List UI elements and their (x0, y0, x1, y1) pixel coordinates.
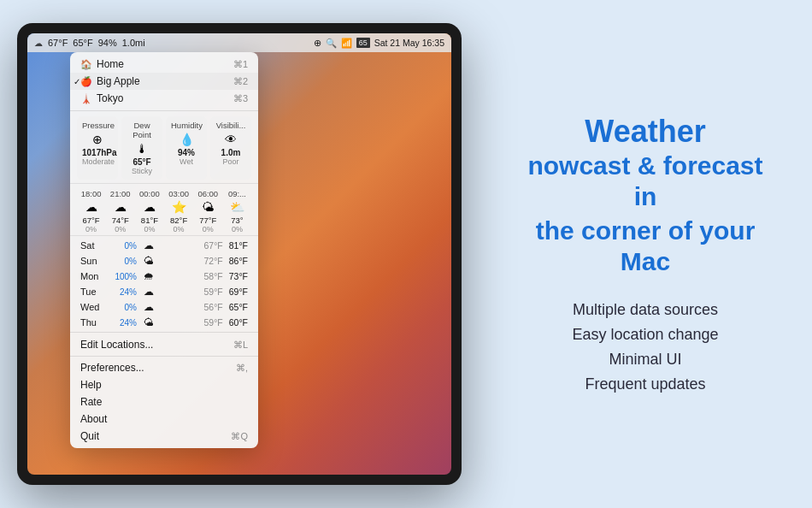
feature-3: Minimal UI (572, 351, 718, 369)
weather-menu-icon[interactable]: ☁ (34, 38, 43, 48)
preferences-label: Preferences... (80, 362, 144, 374)
menu-item-about[interactable]: About (70, 411, 258, 428)
card-humidity-label: Wet (171, 157, 202, 166)
menubar-datetime: Sat 21 May 16:35 (374, 38, 444, 48)
hourly-item-0600: 06:00 🌤 77°F 0% (194, 187, 222, 235)
daily-day-thu: Thu (80, 317, 104, 328)
daily-icon-sun: 🌤 (140, 255, 157, 267)
menubar-visibility: 1.0mi (122, 38, 145, 48)
card-visibility-label: Poor (215, 157, 246, 166)
hourly-precip-2100: 0% (108, 225, 132, 233)
hourly-icon-1800: ☁ (79, 200, 103, 214)
hourly-time-0000: 00:00 (137, 189, 162, 198)
menu-bar-left: ☁ 67°F 65°F 94% 1.0mi (34, 38, 145, 48)
daily-temps-thu: 59°F 60°F (203, 317, 248, 328)
daily-temps-mon: 58°F 73°F (203, 271, 248, 281)
hourly-item-2100: 21:00 ☁ 74°F 0% (106, 187, 134, 235)
daily-row-tue: Tue 24% ☁ 59°F 69°F (70, 284, 258, 299)
menu-item-quit[interactable]: Quit ⌘Q (70, 428, 258, 445)
card-pressure-title: Pressure (82, 121, 113, 130)
location-name-bigapple: Big Apple (97, 75, 140, 87)
card-pressure-icon: ⊕ (82, 133, 113, 146)
daily-icon-thu: 🌤 (140, 316, 157, 328)
daily-section: Sat 0% ☁ 67°F 81°F Sun 0% (70, 236, 258, 333)
preferences-shortcut: ⌘, (236, 363, 248, 374)
daily-row-mon: Mon 100% 🌧 58°F 73°F (70, 269, 258, 284)
daily-temps-wed: 56°F 65°F (203, 302, 248, 312)
menu-bar-right: ⊕ 🔍 📶 65 Sat 21 May 16:35 (314, 38, 444, 49)
daily-row-wed: Wed 0% ☁ 56°F 65°F (70, 299, 258, 315)
help-label: Help (80, 379, 102, 391)
menu-item-edit-locations[interactable]: Edit Locations... ⌘L (70, 336, 258, 353)
hourly-temp-0300: 82°F (167, 216, 191, 225)
hourly-icon-0900: ⛅ (225, 200, 250, 214)
daily-icon-mon: 🌧 (140, 270, 157, 282)
daily-precip-tue: 24% (104, 287, 137, 297)
main-layout: ☁ 67°F 65°F 94% 1.0mi ⊕ 🔍 📶 65 Sat 21 Ma… (0, 0, 812, 508)
menu-items: Edit Locations... ⌘L Preferences... ⌘, H… (70, 333, 258, 448)
daily-icon-tue: ☁ (140, 286, 157, 298)
hourly-time-0900: 09:... (225, 189, 250, 198)
card-pressure-label: Moderate (82, 157, 113, 166)
daily-icon-sat: ☁ (140, 239, 157, 251)
hourly-time-1800: 18:00 (79, 189, 103, 198)
menubar-humidity: 94% (98, 38, 117, 48)
tokyo-emoji: 🗼 (80, 93, 92, 104)
quit-label: Quit (80, 430, 99, 442)
card-pressure-value: 1017hPa (82, 148, 113, 157)
daily-temps-sat: 67°F 81°F (203, 240, 248, 251)
daily-high-sat: 81°F (229, 240, 248, 251)
location-item-tokyo[interactable]: 🗼 Tokyo ⌘3 (70, 90, 258, 107)
card-humidity-value: 94% (171, 148, 202, 157)
menubar-search-icon[interactable]: 🔍 (326, 38, 337, 49)
hourly-icon-2100: ☁ (108, 200, 132, 214)
card-dewpoint-icon: 🌡 (127, 142, 157, 156)
app-title: Weather (585, 115, 705, 149)
daily-day-wed: Wed (80, 302, 104, 312)
card-pressure: Pressure ⊕ 1017hPa Moderate (77, 116, 118, 180)
daily-low-sun: 72°F (203, 256, 222, 266)
daily-day-sat: Sat (80, 240, 104, 251)
menu-item-preferences[interactable]: Preferences... ⌘, (70, 359, 258, 376)
macbook-screen: ☁ 67°F 65°F 94% 1.0mi ⊕ 🔍 📶 65 Sat 21 Ma… (27, 33, 451, 475)
daily-icon-wed: ☁ (140, 301, 157, 313)
hourly-precip-0300: 0% (167, 225, 191, 233)
location-list: 🏠 Home ⌘1 ✓ 🍎 Big Apple ⌘2 (70, 52, 258, 111)
menu-item-rate[interactable]: Rate (70, 393, 258, 411)
location-shortcut-tokyo: ⌘3 (233, 93, 248, 104)
hourly-icon-0300: ⭐ (167, 200, 191, 214)
location-item-home[interactable]: 🏠 Home ⌘1 (70, 56, 258, 73)
daily-precip-wed: 0% (104, 303, 137, 312)
dropdown-popup: 🏠 Home ⌘1 ✓ 🍎 Big Apple ⌘2 (70, 52, 258, 448)
hourly-precip-1800: 0% (79, 225, 103, 233)
quit-shortcut: ⌘Q (231, 431, 248, 442)
features-list: Multiple data sources Easy location chan… (572, 301, 718, 393)
daily-low-wed: 56°F (203, 302, 222, 312)
daily-temps-tue: 59°F 69°F (203, 286, 248, 297)
daily-high-sun: 86°F (229, 256, 248, 266)
hourly-section: 18:00 ☁ 67°F 0% 21:00 ☁ 74°F 0% (70, 184, 258, 236)
weather-cards: Pressure ⊕ 1017hPa Moderate Dew Point 🌡 … (70, 111, 258, 184)
edit-locations-label: Edit Locations... (80, 339, 153, 351)
rate-label: Rate (80, 396, 102, 408)
macbook-frame: ☁ 67°F 65°F 94% 1.0mi ⊕ 🔍 📶 65 Sat 21 Ma… (17, 23, 462, 485)
hourly-header: 18:00 ☁ 67°F 0% 21:00 ☁ 74°F 0% (70, 184, 258, 235)
hourly-icon-0000: ☁ (137, 200, 162, 214)
edit-locations-shortcut: ⌘L (233, 340, 248, 351)
location-item-bigapple[interactable]: ✓ 🍎 Big Apple ⌘2 (70, 73, 258, 90)
app-subtitle-line2: nowcast & forecast in (513, 151, 778, 212)
hourly-precip-0900: 0% (225, 225, 250, 233)
hourly-temp-0000: 81°F (137, 216, 162, 225)
menu-item-help[interactable]: Help (70, 376, 258, 393)
card-dewpoint-label: Sticky (127, 167, 157, 175)
card-visibility-value: 1.0m (215, 148, 246, 157)
hourly-time-0300: 03:00 (167, 189, 191, 198)
daily-row-thu: Thu 24% 🌤 59°F 60°F (70, 315, 258, 330)
location-shortcut-home: ⌘1 (233, 59, 248, 70)
menubar-target-icon: ⊕ (314, 38, 321, 48)
card-humidity-title: Humidity (171, 121, 202, 130)
location-shortcut-bigapple: ⌘2 (233, 76, 248, 87)
macbook-section: ☁ 67°F 65°F 94% 1.0mi ⊕ 🔍 📶 65 Sat 21 Ma… (0, 0, 479, 508)
menubar-temp1: 67°F (48, 38, 68, 48)
card-visibility: Visibili... 👁 1.0m Poor (210, 116, 251, 180)
